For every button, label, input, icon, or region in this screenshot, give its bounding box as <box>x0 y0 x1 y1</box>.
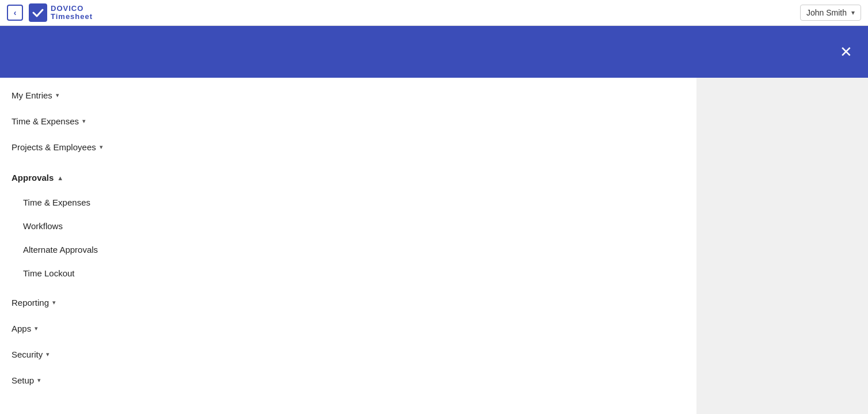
security-arrow: ▾ <box>46 351 50 358</box>
projects-employees-label: Projects & Employees <box>12 142 96 152</box>
time-expenses-label: Time & Expenses <box>12 116 79 126</box>
chevron-down-icon: ▾ <box>851 9 855 17</box>
header: ‹ DOVICO Timesheet John Smith ▾ <box>0 0 868 26</box>
my-entries-arrow: ▾ <box>56 92 59 99</box>
close-icon: ✕ <box>840 43 852 61</box>
sidebar: My Entries ▾ Time & Expenses ▾ Projects … <box>0 78 696 414</box>
logo-dovico: DOVICO <box>51 5 93 13</box>
time-expenses-arrow: ▾ <box>82 117 86 125</box>
user-name: John Smith <box>806 8 847 17</box>
sidebar-item-my-entries[interactable]: My Entries ▾ <box>0 82 696 108</box>
header-left: ‹ DOVICO Timesheet <box>7 3 93 22</box>
sidebar-item-apps[interactable]: Apps ▾ <box>0 316 696 341</box>
user-dropdown[interactable]: John Smith ▾ <box>800 5 861 21</box>
blue-bar: ✕ <box>0 26 868 78</box>
approvals-workflows-label: Workflows <box>23 221 63 231</box>
collapse-button[interactable]: ‹ <box>7 5 23 21</box>
sidebar-item-approvals-alternate[interactable]: Alternate Approvals <box>0 238 696 261</box>
logo-timesheet: Timesheet <box>51 13 93 21</box>
logo: DOVICO Timesheet <box>29 3 93 22</box>
my-entries-label: My Entries <box>12 90 52 100</box>
sidebar-item-approvals[interactable]: Approvals ▲ <box>0 165 696 191</box>
sidebar-item-setup[interactable]: Setup ▾ <box>0 367 696 393</box>
sidebar-item-approvals-time-expenses[interactable]: Time & Expenses <box>0 191 696 214</box>
apps-arrow: ▾ <box>35 325 38 332</box>
security-label: Security <box>12 350 43 359</box>
close-button[interactable]: ✕ <box>836 41 856 62</box>
sidebar-item-reporting[interactable]: Reporting ▾ <box>0 290 696 316</box>
approvals-time-lockout-label: Time Lockout <box>23 268 74 278</box>
reporting-arrow: ▾ <box>52 299 56 306</box>
logo-text: DOVICO Timesheet <box>51 5 93 21</box>
approvals-time-expenses-label: Time & Expenses <box>23 197 90 207</box>
sidebar-item-approvals-workflows[interactable]: Workflows <box>0 214 696 238</box>
sidebar-item-projects-employees[interactable]: Projects & Employees ▾ <box>0 134 696 160</box>
sidebar-item-security[interactable]: Security ▾ <box>0 341 696 367</box>
reporting-label: Reporting <box>12 298 49 307</box>
approvals-alternate-label: Alternate Approvals <box>23 245 98 255</box>
setup-arrow: ▾ <box>37 377 41 384</box>
logo-icon <box>29 3 47 22</box>
sidebar-item-approvals-time-lockout[interactable]: Time Lockout <box>0 261 696 285</box>
projects-employees-arrow: ▾ <box>100 143 103 151</box>
apps-label: Apps <box>12 324 31 333</box>
setup-label: Setup <box>12 375 34 385</box>
approvals-arrow: ▲ <box>57 174 63 181</box>
sidebar-item-time-expenses[interactable]: Time & Expenses ▾ <box>0 108 696 134</box>
approvals-label: Approvals <box>12 173 54 183</box>
